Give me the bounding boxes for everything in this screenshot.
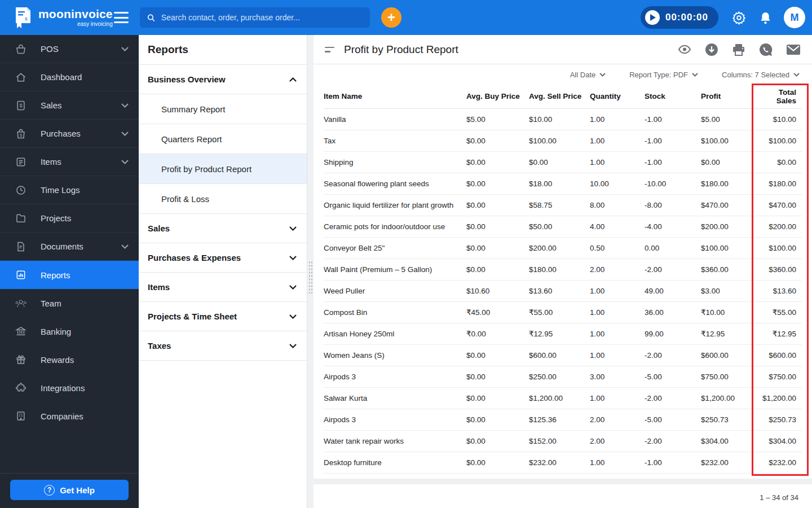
preview-eye-icon[interactable]	[678, 45, 691, 54]
sidebar-item-reports[interactable]: Reports	[0, 261, 139, 289]
cell-stock: 99.00	[645, 323, 701, 344]
cell-avg-buy-price: $10.60	[466, 280, 529, 301]
report-section-projects-time-sheet[interactable]: Projects & Time Sheet	[139, 302, 307, 331]
cell-item-name: Conveyor Belt 25"	[324, 237, 466, 259]
sidebar-item-pos[interactable]: POS	[0, 35, 139, 63]
columns-filter-label: Columns: 7 Selected	[722, 71, 789, 79]
report-section-taxes[interactable]: Taxes	[139, 331, 307, 361]
get-help-button[interactable]: ? Get Help	[10, 480, 129, 500]
print-icon[interactable]	[732, 43, 745, 56]
report-section-items[interactable]: Items	[139, 273, 307, 302]
report-table-container: Item Name Avg. Buy Price Avg. Sell Price…	[314, 85, 812, 474]
cell-stock: -8.00	[645, 194, 701, 216]
cell-item-name: Organic liquid fertilizer for plant grow…	[324, 194, 466, 216]
cell-avg-buy-price: $0.00	[466, 151, 529, 173]
sidebar-item-rewards[interactable]: Rewards	[0, 345, 139, 374]
sidebar-item-purchases[interactable]: $ Purchases	[0, 120, 139, 148]
document-icon	[15, 240, 27, 253]
report-section-business-overview[interactable]: Business Overview	[139, 65, 307, 94]
column-header-avg-buy-price[interactable]: Avg. Buy Price	[466, 85, 529, 108]
sidebar-item-documents[interactable]: Documents	[0, 233, 139, 261]
report-item-label: Summary Report	[161, 104, 225, 114]
cell-stock: -1.00	[645, 130, 701, 151]
brand-name: mooninvoice	[38, 8, 113, 20]
chevron-down-icon	[599, 73, 606, 77]
cell-item-name: Desktop furniture	[324, 452, 466, 473]
report-section-purchases-expenses[interactable]: Purchases & Expenses	[139, 243, 307, 273]
notifications-bell-icon[interactable]	[760, 11, 771, 24]
cell-total-sales: ₹12.95	[760, 323, 802, 344]
sidebar-item-sales[interactable]: $ Sales	[0, 91, 139, 120]
building-icon	[15, 410, 27, 422]
report-item-quarters-report[interactable]: Quarters Report	[139, 124, 307, 154]
sidebar-item-projects[interactable]: Projects	[0, 204, 139, 233]
report-section-sales[interactable]: Sales	[139, 214, 307, 243]
cell-profit: $180.00	[701, 173, 760, 194]
sidebar-item-dashboard[interactable]: Dashboard	[0, 63, 139, 91]
columns-dropdown[interactable]: Columns: 7 Selected	[722, 71, 800, 79]
report-item-profit-and-loss[interactable]: Profit & Loss	[139, 184, 307, 214]
cell-item-name: Tax	[324, 130, 466, 151]
sidebar-item-time-logs[interactable]: Time Logs	[0, 176, 139, 204]
section-label: Purchases & Expenses	[148, 253, 241, 262]
date-filter-dropdown[interactable]: All Date	[570, 71, 606, 79]
report-item-profit-by-product[interactable]: Profit by Product Report	[139, 154, 307, 184]
search-input[interactable]	[161, 13, 363, 22]
column-header-avg-sell-price[interactable]: Avg. Sell Price	[529, 85, 590, 108]
pagination-range: 1 – 34 of 34	[760, 493, 798, 502]
global-search[interactable]	[140, 7, 370, 28]
cell-item-name: Water tank repair works	[324, 430, 466, 452]
resizer-grip-dots	[308, 261, 312, 294]
cell-stock: -10.00	[645, 173, 701, 194]
page-title: Profit by Product Report	[344, 43, 678, 56]
sort-lines-icon[interactable]	[325, 47, 335, 52]
sidebar-item-team[interactable]: Team	[0, 289, 139, 317]
cell-profit: $3.00	[701, 280, 760, 301]
cell-item-name: Women Jeans (S)	[324, 344, 466, 366]
cell-avg-buy-price: $0.00	[466, 216, 529, 237]
column-header-total-sales[interactable]: Total Sales	[760, 85, 802, 108]
mail-icon[interactable]	[786, 44, 801, 55]
cell-avg-buy-price: $0.00	[466, 130, 529, 151]
report-table-body: Vanilla $5.00 $10.00 1.00 -1.00 $5.00 $1…	[324, 108, 802, 473]
cell-total-sales: $600.00	[760, 344, 802, 366]
table-row: Women Jeans (S) $0.00 $600.00 1.00 -2.00…	[324, 344, 802, 366]
cell-avg-buy-price: $5.00	[466, 108, 529, 130]
app-logo[interactable]: $ mooninvoice easy invoicing	[0, 6, 113, 29]
menu-hamburger-icon[interactable]	[114, 12, 129, 23]
cell-quantity: 1.00	[590, 280, 645, 301]
cell-total-sales: $1,200.00	[760, 387, 802, 409]
cell-avg-sell-price: $10.00	[529, 108, 590, 130]
download-icon[interactable]	[705, 43, 718, 56]
settings-gear-icon[interactable]	[732, 11, 746, 25]
report-item-summary-report[interactable]: Summary Report	[139, 94, 307, 124]
report-type-dropdown[interactable]: Report Type: PDF	[629, 71, 698, 79]
column-header-quantity[interactable]: Quantity	[590, 85, 645, 108]
table-row: Vanilla $5.00 $10.00 1.00 -1.00 $5.00 $1…	[324, 108, 802, 130]
sidebar-item-companies[interactable]: Companies	[0, 402, 139, 430]
column-header-item-name[interactable]: Item Name	[324, 85, 466, 108]
chevron-down-icon	[121, 160, 129, 164]
time-tracker: 00:00:00	[641, 6, 718, 29]
cell-profit: $304.00	[701, 430, 760, 452]
column-header-profit[interactable]: Profit	[701, 85, 760, 108]
timer-play-button[interactable]	[645, 10, 660, 25]
sidebar-item-items[interactable]: Items	[0, 148, 139, 176]
reports-panel-title: Reports	[139, 35, 307, 65]
user-avatar[interactable]: M	[784, 7, 805, 28]
avatar-initial: M	[791, 12, 799, 24]
quick-add-button[interactable]: +	[381, 7, 401, 28]
column-header-stock[interactable]: Stock	[645, 85, 701, 108]
cell-stock: -1.00	[645, 151, 701, 173]
bank-icon	[15, 325, 27, 338]
cell-item-name: Salwar Kurta	[324, 387, 466, 409]
cell-item-name: Airpods 3	[324, 366, 466, 387]
sidebar-item-banking[interactable]: Banking	[0, 317, 139, 345]
brand-tagline: easy invoicing	[38, 21, 113, 27]
sidebar-item-integrations[interactable]: Integrations	[0, 374, 139, 402]
whatsapp-icon[interactable]	[759, 43, 773, 56]
section-label: Taxes	[148, 341, 171, 351]
cell-item-name: Compost Bin	[324, 301, 466, 323]
panel-resizer[interactable]	[307, 35, 314, 508]
cell-avg-sell-price: ₹55.00	[529, 301, 590, 323]
